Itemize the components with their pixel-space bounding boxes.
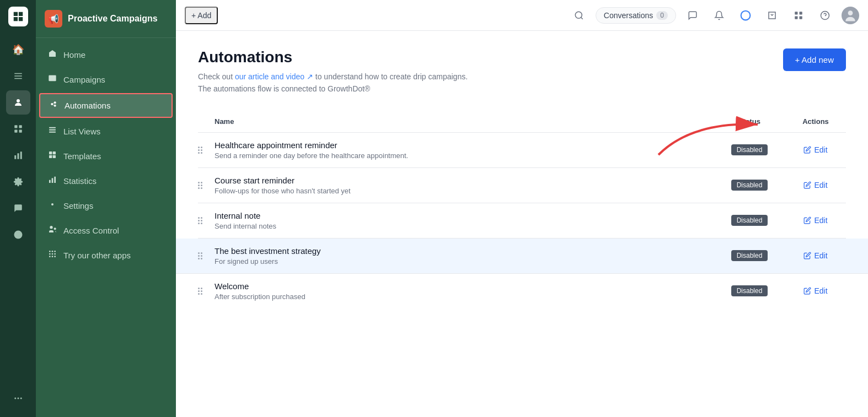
user-avatar[interactable] xyxy=(842,7,859,24)
svg-point-40 xyxy=(49,256,51,257)
col-header-name: Name xyxy=(215,117,714,126)
svg-rect-7 xyxy=(19,130,22,133)
actions-cell: Edit xyxy=(785,145,846,154)
automations-table: Name Status Actions Healthcare appointme… xyxy=(198,113,846,308)
actions-cell: Edit xyxy=(785,286,846,295)
desc-text-1-end: to understand how to create drip campaig… xyxy=(313,72,468,81)
settings-nav-icon xyxy=(47,200,58,212)
sidebar-icon-grid[interactable] xyxy=(6,117,30,141)
row-name-cell: Healthcare appointment reminder Send a r… xyxy=(215,140,714,160)
svg-rect-8 xyxy=(14,155,16,159)
other-apps-nav-icon xyxy=(47,250,58,261)
sidebar-item-access-control[interactable]: Access Control xyxy=(36,218,176,243)
sidebar-item-home[interactable]: Home xyxy=(36,42,176,67)
conversations-badge: 0 xyxy=(656,11,668,20)
sidebar-item-access-control-label: Access Control xyxy=(63,226,119,235)
sidebar-icon-list[interactable] xyxy=(6,64,30,88)
automation-name: Course start reminder xyxy=(215,176,714,185)
add-new-button[interactable]: + Add new xyxy=(783,48,846,71)
status-cell: Disabled xyxy=(714,180,785,191)
edit-button[interactable]: Edit xyxy=(803,145,827,154)
edit-button[interactable]: Edit xyxy=(803,216,827,225)
svg-rect-23 xyxy=(49,132,56,133)
svg-point-44 xyxy=(741,10,751,20)
status-cell: Disabled xyxy=(714,215,785,226)
svg-rect-47 xyxy=(795,16,797,19)
sidebar-item-other-apps[interactable]: Try our other apps xyxy=(36,243,176,268)
icon-bar: 🏠 xyxy=(0,0,36,417)
table-row: Healthcare appointment reminder Send a r… xyxy=(198,133,846,168)
sidebar-item-templates[interactable]: Templates xyxy=(36,144,176,169)
svg-rect-14 xyxy=(51,54,53,57)
list-views-nav-icon xyxy=(47,126,58,137)
chat-icon-button[interactable] xyxy=(683,6,703,25)
svg-rect-27 xyxy=(53,155,56,158)
svg-rect-29 xyxy=(52,178,53,183)
help-button[interactable] xyxy=(815,6,835,25)
article-video-link[interactable]: our article and video ↗ xyxy=(235,72,313,81)
svg-rect-25 xyxy=(53,151,56,154)
svg-point-35 xyxy=(52,251,53,252)
edit-button[interactable]: Edit xyxy=(803,286,827,295)
sidebar-item-home-label: Home xyxy=(63,50,85,59)
sidebar-item-settings[interactable]: Settings xyxy=(36,193,176,218)
sidebar-icon-chat[interactable] xyxy=(6,196,30,220)
actions-cell: Edit xyxy=(785,251,846,260)
svg-point-17 xyxy=(54,101,56,104)
drag-handle[interactable] xyxy=(198,252,215,259)
desc-text-2: The automations flow is connected to Gro… xyxy=(198,84,370,93)
drag-handle[interactable] xyxy=(198,217,215,224)
svg-point-38 xyxy=(52,253,53,255)
sidebar-icon-home[interactable]: 🏠 xyxy=(6,37,30,62)
sidebar-nav: Home Campaigns Automations List Views Te… xyxy=(36,38,176,417)
svg-point-43 xyxy=(575,12,582,18)
bell-icon-button[interactable] xyxy=(709,6,729,25)
apps-grid-button[interactable] xyxy=(789,6,808,25)
search-button[interactable] xyxy=(569,6,589,25)
sidebar-item-campaigns[interactable]: Campaigns xyxy=(36,67,176,92)
sidebar-item-statistics[interactable]: Statistics xyxy=(36,169,176,193)
svg-point-42 xyxy=(54,256,56,257)
content-header: Automations Check out our article and vi… xyxy=(198,48,846,95)
add-button[interactable]: + Add xyxy=(185,7,218,24)
status-cell: Disabled xyxy=(714,250,785,261)
campaigns-nav-icon xyxy=(47,74,58,85)
sidebar-icon-contacts[interactable] xyxy=(6,90,30,115)
drag-handle[interactable] xyxy=(198,182,215,189)
sidebar-icon-star[interactable] xyxy=(6,223,30,247)
svg-rect-46 xyxy=(800,12,802,14)
sidebar-item-settings-label: Settings xyxy=(63,201,93,210)
sidebar-icon-chart[interactable] xyxy=(6,143,30,167)
conversations-button[interactable]: Conversations 0 xyxy=(596,7,676,24)
svg-rect-0 xyxy=(14,73,22,74)
table-header: Name Status Actions xyxy=(198,113,846,133)
sidebar-icon-more[interactable] xyxy=(6,386,30,410)
sidebar-icon-settings[interactable] xyxy=(6,170,30,194)
automations-nav-icon xyxy=(48,100,59,111)
sidebar-title: Proactive Campaigns xyxy=(68,14,158,24)
status-badge: Disabled xyxy=(731,285,768,296)
app-logo[interactable] xyxy=(8,7,28,26)
svg-line-20 xyxy=(53,105,53,105)
drag-handle[interactable] xyxy=(198,147,215,154)
circle-icon-button[interactable] xyxy=(736,6,756,25)
svg-rect-6 xyxy=(14,130,17,133)
statistics-nav-icon xyxy=(47,175,58,187)
row-name-cell: Welcome After subscription purchased xyxy=(215,281,714,301)
svg-rect-9 xyxy=(17,153,19,159)
edit-button[interactable]: Edit xyxy=(803,181,827,189)
svg-rect-48 xyxy=(800,16,802,19)
automation-desc: Send a reminder one day before the healt… xyxy=(215,151,714,160)
actions-cell: Edit xyxy=(785,181,846,189)
svg-point-52 xyxy=(848,10,853,15)
w-icon-button[interactable] xyxy=(762,6,782,25)
edit-button[interactable]: Edit xyxy=(803,251,827,260)
sidebar-item-list-views[interactable]: List Views xyxy=(36,119,176,144)
svg-point-36 xyxy=(54,251,56,252)
svg-rect-28 xyxy=(49,180,51,183)
drag-handle[interactable] xyxy=(198,288,215,295)
svg-rect-24 xyxy=(49,151,52,154)
status-badge: Disabled xyxy=(731,250,768,261)
sidebar-item-automations[interactable]: Automations xyxy=(39,93,173,118)
row-name-cell: Course start reminder Follow-ups for tho… xyxy=(215,176,714,195)
